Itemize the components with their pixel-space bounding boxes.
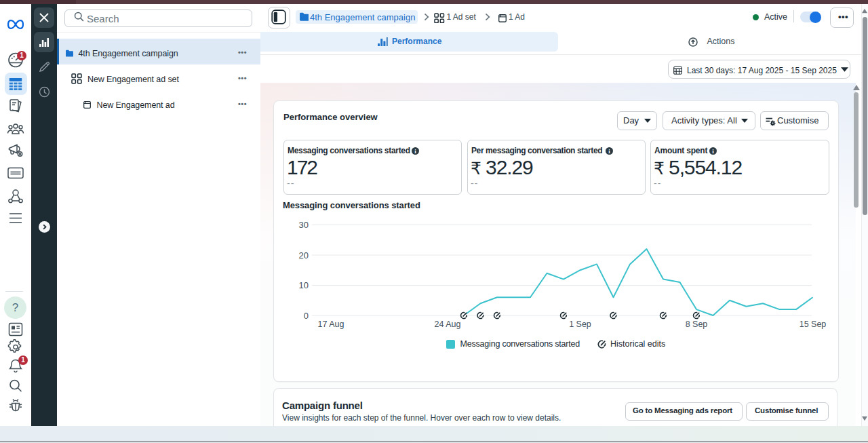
svg-text:20: 20: [299, 250, 309, 261]
svg-text:8 Sep: 8 Sep: [686, 320, 708, 329]
svg-text:0: 0: [304, 311, 309, 321]
svg-text:15 Sep: 15 Sep: [800, 320, 827, 329]
svg-text:30: 30: [299, 220, 309, 230]
svg-text:10: 10: [299, 280, 309, 290]
svg-text:1 Sep: 1 Sep: [569, 320, 591, 329]
svg-text:24 Aug: 24 Aug: [435, 320, 461, 329]
svg-text:17 Aug: 17 Aug: [318, 320, 344, 329]
